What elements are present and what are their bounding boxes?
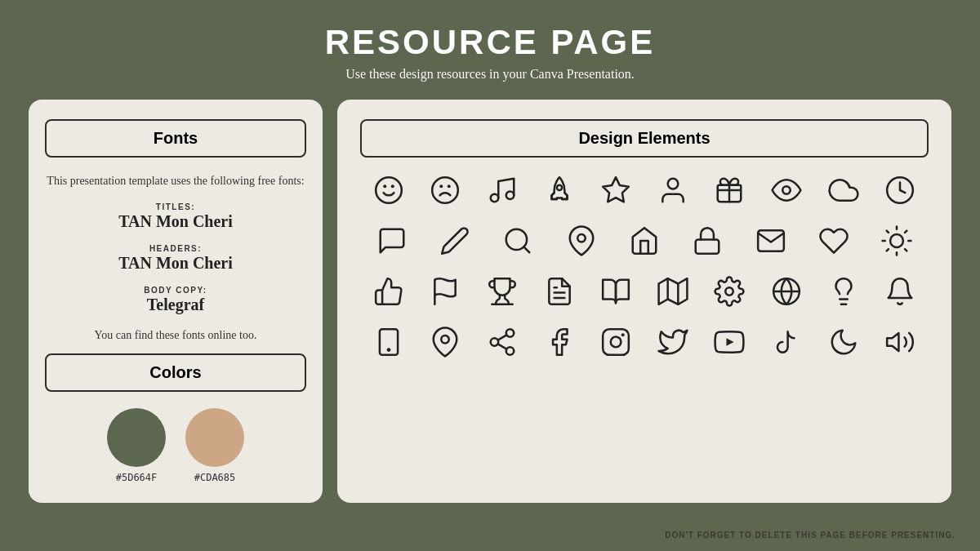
font-label-titles: TITLES: [45,202,306,211]
trophy-icon [481,270,523,313]
instagram-icon [595,321,637,363]
twitter-icon [652,321,694,363]
color-circle-olive [107,408,166,467]
right-panel: Design Elements [337,100,951,503]
home-icon [623,220,666,262]
star-icon [595,169,637,211]
page-header: RESOURCE PAGE Use these design resources… [325,0,656,90]
person-icon [652,169,694,211]
youtube-icon [708,321,751,363]
book-icon [595,270,637,313]
icon-row-2 [360,220,929,262]
svg-rect-46 [603,329,629,355]
sad-face-icon [424,169,466,211]
eye-icon [765,169,808,211]
color-label-tan: #CDA685 [194,472,236,483]
icons-grid [360,169,929,363]
svg-line-15 [524,247,530,252]
tiktok-icon [765,321,808,363]
font-group-headers: HEADERS: TAN Mon Cheri [45,244,306,273]
lightbulb-icon [822,270,865,313]
svg-line-26 [905,231,906,233]
rocket-icon [538,169,581,211]
font-name-titles: TAN Mon Cheri [45,212,306,231]
fonts-description: This presentation template uses the foll… [45,172,306,189]
flag-icon [424,270,466,313]
clock-icon [879,169,921,211]
smiley-icon [368,169,410,211]
colors-section-header: Colors [45,353,306,392]
footer-note: DON'T FORGET TO DELETE THIS PAGE BEFORE … [665,531,956,540]
icon-row-3 [360,270,929,313]
globe-icon [765,270,808,313]
share-icon [481,321,523,363]
colors-section: Colors #5D664F #CDA685 [45,353,306,483]
svg-point-10 [667,179,678,189]
gift-icon [708,169,751,211]
svg-line-22 [905,249,906,251]
moon-icon [822,321,865,363]
icon-row-1 [360,169,929,211]
lock-icon [686,220,728,262]
svg-point-33 [726,287,734,295]
cloud-icon [822,169,865,211]
svg-marker-30 [658,278,687,304]
color-swatches: #5D664F #CDA685 [45,408,306,483]
music-icon [481,169,523,211]
svg-line-45 [498,335,507,340]
page-title: RESOURCE PAGE [325,23,656,62]
find-fonts-text: You can find these fonts online too. [45,329,306,342]
facebook-icon [538,321,581,363]
smartphone-icon [368,321,410,363]
pin-icon [560,220,603,262]
map-pin-icon [424,321,466,363]
settings-icon [708,270,751,313]
thumbsup-icon [368,270,410,313]
page-subtitle: Use these design resources in your Canva… [325,67,656,82]
font-label-headers: HEADERS: [45,244,306,253]
svg-marker-48 [727,338,734,346]
swatch-olive: #5D664F [107,408,166,483]
color-label-olive: #5D664F [116,472,158,483]
megaphone-icon [879,321,921,363]
svg-point-6 [491,194,499,202]
svg-line-21 [887,231,889,233]
svg-point-18 [890,234,903,247]
heart-icon [813,220,855,262]
svg-line-44 [498,344,507,349]
color-circle-tan [185,408,244,467]
svg-marker-9 [603,177,629,202]
search-icon [497,220,539,262]
svg-line-25 [887,249,889,251]
svg-point-12 [782,186,791,194]
icon-row-4 [360,321,929,363]
swatch-tan: #CDA685 [185,408,244,483]
svg-point-16 [577,234,586,242]
pencil-icon [434,220,476,262]
main-content: Fonts This presentation template uses th… [29,100,951,503]
chat-icon [371,220,413,262]
svg-rect-17 [696,239,719,253]
font-name-headers: TAN Mon Cheri [45,254,306,273]
svg-point-8 [556,185,561,190]
map-icon [652,270,694,313]
svg-point-3 [433,177,459,203]
left-panel: Fonts This presentation template uses th… [29,100,323,503]
svg-point-0 [376,177,402,203]
mail-icon [750,220,792,262]
document-icon [538,270,581,313]
svg-point-7 [506,192,514,200]
bell-icon [879,270,921,313]
svg-point-40 [442,335,450,344]
font-group-titles: TITLES: TAN Mon Cheri [45,202,306,231]
font-name-body: Telegraf [45,295,306,314]
font-group-body: BODY COPY: Telegraf [45,286,306,314]
fonts-section-header: Fonts [45,119,306,158]
sun-icon [875,220,918,262]
design-elements-header: Design Elements [360,119,929,158]
font-label-body: BODY COPY: [45,286,306,295]
